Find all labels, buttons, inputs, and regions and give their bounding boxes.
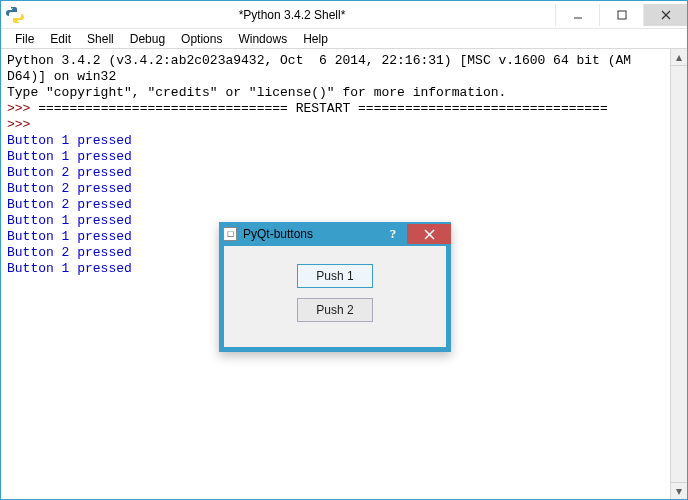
output-line: Button 1 pressed xyxy=(7,229,132,244)
dialog-title: PyQt-buttons xyxy=(243,227,379,241)
window-controls xyxy=(555,4,687,26)
prompt: >>> xyxy=(7,117,38,132)
dialog-help-button[interactable]: ? xyxy=(379,224,407,244)
prompt: >>> xyxy=(7,101,38,116)
menu-help[interactable]: Help xyxy=(297,30,334,48)
vertical-scrollbar[interactable]: ▴ ▾ xyxy=(670,49,687,499)
scroll-down-icon[interactable]: ▾ xyxy=(671,482,687,499)
window-title: *Python 3.4.2 Shell* xyxy=(29,8,555,22)
menu-edit[interactable]: Edit xyxy=(44,30,77,48)
push-1-button[interactable]: Push 1 xyxy=(297,264,373,288)
banner-line-2: D64)] on win32 xyxy=(7,69,116,84)
output-line: Button 2 pressed xyxy=(7,245,132,260)
pyqt-dialog-window: ☐ PyQt-buttons ? Push 1 Push 2 xyxy=(219,222,451,352)
banner-line-1: Python 3.4.2 (v3.4.2:ab2c023a9432, Oct 6… xyxy=(7,53,631,68)
output-line: Button 1 pressed xyxy=(7,261,132,276)
menubar: File Edit Shell Debug Options Windows He… xyxy=(1,29,687,49)
output-line: Button 1 pressed xyxy=(7,149,132,164)
output-line: Button 2 pressed xyxy=(7,197,132,212)
menu-file[interactable]: File xyxy=(9,30,40,48)
menu-shell[interactable]: Shell xyxy=(81,30,120,48)
output-line: Button 1 pressed xyxy=(7,133,132,148)
svg-point-0 xyxy=(11,7,12,8)
menu-options[interactable]: Options xyxy=(175,30,228,48)
output-line: Button 1 pressed xyxy=(7,213,132,228)
push-2-button[interactable]: Push 2 xyxy=(297,298,373,322)
output-line: Button 2 pressed xyxy=(7,165,132,180)
dialog-titlebar[interactable]: ☐ PyQt-buttons ? xyxy=(219,222,451,246)
scroll-track[interactable] xyxy=(671,66,687,482)
restart-line: ================================ RESTART… xyxy=(38,101,608,116)
menu-debug[interactable]: Debug xyxy=(124,30,171,48)
output-line: Button 2 pressed xyxy=(7,181,132,196)
dialog-body: Push 1 Push 2 xyxy=(224,246,446,322)
banner-line-3: Type "copyright", "credits" or "license(… xyxy=(7,85,506,100)
dialog-close-button[interactable] xyxy=(407,224,451,244)
maximize-button[interactable] xyxy=(599,4,643,26)
menu-windows[interactable]: Windows xyxy=(232,30,293,48)
svg-point-1 xyxy=(17,20,18,21)
svg-rect-3 xyxy=(618,11,626,19)
dialog-app-icon: ☐ xyxy=(223,227,237,241)
python-app-icon xyxy=(5,5,25,25)
scroll-up-icon[interactable]: ▴ xyxy=(671,49,687,66)
close-button[interactable] xyxy=(643,4,687,26)
minimize-button[interactable] xyxy=(555,4,599,26)
idle-titlebar: *Python 3.4.2 Shell* xyxy=(1,1,687,29)
